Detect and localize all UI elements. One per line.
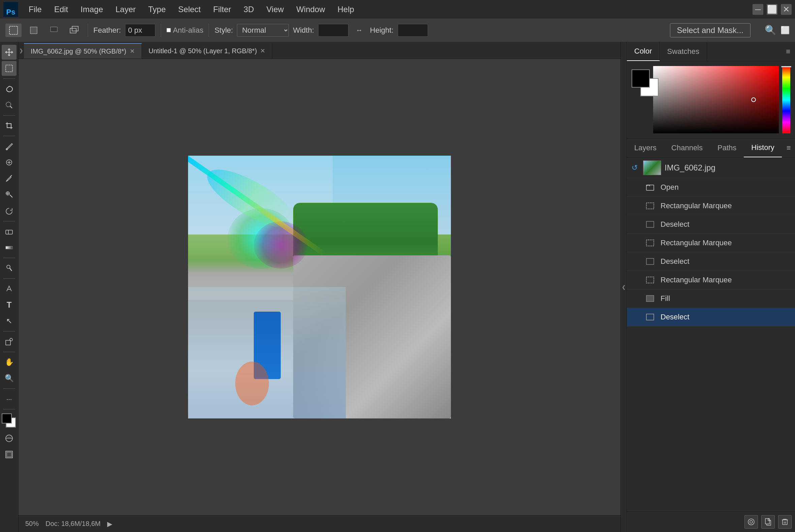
layer-marquee-btn[interactable] xyxy=(46,24,62,37)
menu-type[interactable]: Type xyxy=(143,3,171,16)
eraser-tool-btn[interactable] xyxy=(2,224,17,239)
history-brush-tool-btn[interactable] xyxy=(2,204,17,218)
history-panel-menu[interactable]: ≡ xyxy=(782,140,795,156)
close-btn[interactable]: ✕ xyxy=(781,4,792,15)
marquee-tool-btn[interactable] xyxy=(2,61,17,76)
tab-color[interactable]: Color xyxy=(627,42,660,61)
width-input[interactable] xyxy=(318,24,348,37)
tab-img6062-close[interactable]: ✕ xyxy=(130,48,135,55)
collapse-left-btn[interactable]: ❯ xyxy=(19,42,24,59)
menu-file[interactable]: File xyxy=(23,3,47,16)
quick-select-tool-btn[interactable] xyxy=(2,98,17,113)
foreground-color-btn[interactable] xyxy=(2,413,12,423)
history-item-marquee-3[interactable]: Rectangular Marquee xyxy=(627,271,795,289)
tab-swatches[interactable]: Swatches xyxy=(660,42,707,61)
style-select[interactable]: Normal Fixed Ratio Fixed Size xyxy=(237,24,289,37)
menu-edit[interactable]: Edit xyxy=(49,3,74,16)
path-select-tool-btn[interactable]: ↖ xyxy=(2,314,17,328)
history-item-deselect-2[interactable]: Deselect xyxy=(627,252,795,271)
restore-btn[interactable]: ⬜ xyxy=(767,4,777,15)
hand-tool-btn[interactable]: ✋ xyxy=(2,355,17,369)
minimize-btn[interactable]: ─ xyxy=(753,4,763,15)
menu-layer[interactable]: Layer xyxy=(110,3,141,16)
extra-tools-btn[interactable]: ··· xyxy=(2,392,17,406)
svg-rect-17 xyxy=(6,230,13,234)
height-input[interactable] xyxy=(398,24,428,37)
gradient-tool-btn[interactable] xyxy=(2,240,17,255)
history-item-marquee-2[interactable]: Rectangular Marquee xyxy=(627,234,795,252)
new-snapshot-btn[interactable] xyxy=(744,515,758,529)
select-mask-button[interactable]: Select and Mask... xyxy=(670,23,751,37)
crop-tool-btn[interactable] xyxy=(2,118,17,133)
history-item-open[interactable]: Open xyxy=(627,178,795,197)
fg-swatch[interactable] xyxy=(631,70,650,88)
history-item-fill[interactable]: Fill xyxy=(627,289,795,308)
history-item-deselect-3-label: Deselect xyxy=(661,313,689,321)
intersect-marquee-btn[interactable] xyxy=(66,24,82,37)
history-item-marquee-1[interactable]: Rectangular Marquee xyxy=(627,197,795,215)
hue-slider[interactable] xyxy=(782,66,790,133)
healing-brush-tool-btn[interactable] xyxy=(2,155,17,170)
tab-untitled1-close[interactable]: ✕ xyxy=(260,47,265,55)
swap-dimensions-btn[interactable]: ↔ xyxy=(353,24,366,36)
pen-tool-btn[interactable] xyxy=(2,281,17,296)
lasso-tool-btn[interactable] xyxy=(2,81,17,96)
svg-rect-29 xyxy=(646,240,654,246)
color-field[interactable] xyxy=(653,66,779,133)
delete-history-btn[interactable] xyxy=(778,515,792,529)
zoom-tool-btn[interactable]: 🔍 xyxy=(2,371,17,386)
move-tool-btn[interactable] xyxy=(2,45,17,60)
marquee-type-btn[interactable] xyxy=(5,24,22,37)
svg-point-22 xyxy=(10,338,13,341)
clone-stamp-tool-btn[interactable] xyxy=(2,187,17,202)
color-panel-menu[interactable]: ≡ xyxy=(781,44,795,59)
history-source-row: ↺ IMG_6062.jpg xyxy=(627,158,795,178)
arrow-btn[interactable]: ▶ xyxy=(107,520,112,528)
toolbox-separator-10 xyxy=(3,409,15,410)
tab-untitled1[interactable]: Untitled-1 @ 50% (Layer 1, RGB/8*) ✕ xyxy=(142,43,273,59)
history-item-fill-label: Fill xyxy=(661,294,670,303)
anti-alias-checkbox[interactable] xyxy=(167,28,171,32)
screen-mode-btn[interactable] xyxy=(2,447,17,462)
brush-tool-btn[interactable] xyxy=(2,171,17,186)
menu-view[interactable]: View xyxy=(261,3,289,16)
shape-tool-btn[interactable] xyxy=(2,334,17,349)
history-source-marker-fill xyxy=(631,294,640,303)
history-item-marquee-1-label: Rectangular Marquee xyxy=(661,202,732,210)
style-label: Style: xyxy=(214,26,233,35)
menu-3d[interactable]: 3D xyxy=(238,3,260,16)
collapse-right-panel-btn[interactable]: ❮ xyxy=(621,42,626,532)
quick-mask-btn[interactable] xyxy=(2,431,17,446)
svg-rect-19 xyxy=(6,246,13,249)
svg-rect-4 xyxy=(70,28,76,33)
menu-help[interactable]: Help xyxy=(332,3,360,16)
history-source-marker-deselect-1 xyxy=(631,220,640,228)
history-item-deselect-3[interactable]: Deselect xyxy=(627,308,795,326)
create-new-document-btn[interactable] xyxy=(761,515,775,529)
menu-filter[interactable]: Filter xyxy=(208,3,236,16)
hue-slider-handle xyxy=(781,66,791,68)
tab-img6062[interactable]: IMG_6062.jpg @ 50% (RGB/8*) ✕ xyxy=(24,43,142,59)
menu-window[interactable]: Window xyxy=(291,3,330,16)
square-marquee-btn[interactable] xyxy=(25,24,42,37)
history-panel-bottom xyxy=(627,511,795,532)
feather-input[interactable] xyxy=(125,24,155,37)
tab-channels[interactable]: Channels xyxy=(664,139,710,157)
app-logo: Ps xyxy=(3,2,18,17)
workspace-btn[interactable]: ⬜ xyxy=(780,26,790,35)
tab-layers[interactable]: Layers xyxy=(627,139,664,157)
tab-history[interactable]: History xyxy=(744,138,781,157)
deselect-icon-1 xyxy=(644,218,656,230)
zoom-level: 50% xyxy=(25,520,39,528)
menu-select[interactable]: Select xyxy=(173,3,206,16)
menu-image[interactable]: Image xyxy=(75,3,109,16)
text-tool-btn[interactable]: T xyxy=(2,298,17,312)
canvas-viewport[interactable] xyxy=(19,59,621,515)
history-item-deselect-1[interactable]: Deselect xyxy=(627,215,795,234)
dodge-tool-btn[interactable] xyxy=(2,261,17,276)
search-icon[interactable]: 🔍 xyxy=(765,24,776,36)
svg-rect-6 xyxy=(6,65,13,72)
doc-size: Doc: 18,6M/18,6M xyxy=(45,520,100,528)
eyedropper-tool-btn[interactable] xyxy=(2,139,17,154)
tab-paths[interactable]: Paths xyxy=(710,139,744,157)
